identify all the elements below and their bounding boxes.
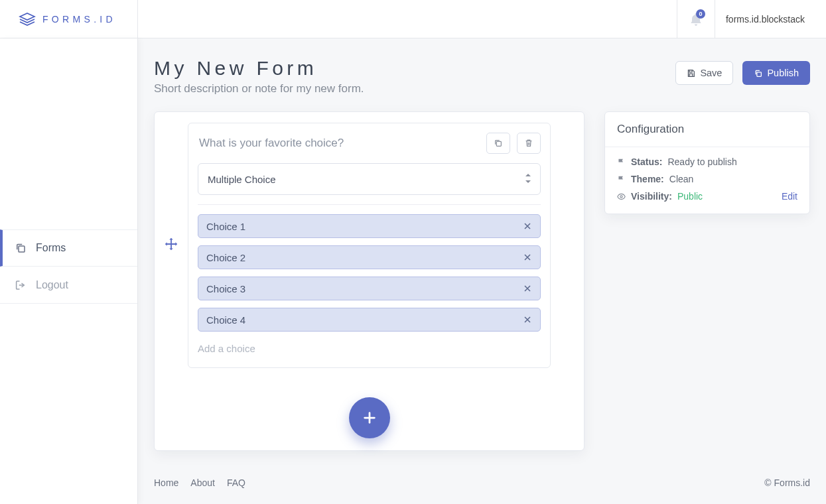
svg-rect-3 (757, 72, 762, 76)
duplicate-icon (494, 139, 503, 148)
status-label: Status: (631, 157, 662, 167)
publish-button[interactable]: Publish (742, 61, 810, 85)
form-builder-card: Multiple Choice Choice 1Choice 2Choice 3… (154, 111, 585, 451)
save-button[interactable]: Save (675, 61, 733, 85)
page-header: My New Form Short description or note fo… (154, 57, 810, 95)
footer-link[interactable]: Home (154, 477, 178, 488)
theme-label: Theme: (631, 174, 664, 184)
drag-handle-icon[interactable] (164, 237, 178, 253)
choice-label: Choice 3 (206, 283, 245, 294)
brand-text: FORMS.ID (42, 14, 116, 25)
brand-mark-icon (19, 13, 36, 26)
config-row-visibility: Visibility: Public Edit (617, 191, 797, 202)
copy-icon (15, 242, 27, 254)
question-header (198, 133, 541, 154)
question-type-select[interactable]: Multiple Choice (198, 163, 541, 195)
duplicate-question-button[interactable] (486, 133, 510, 154)
add-question-button[interactable] (349, 397, 390, 438)
config-row-status: Status: Ready to publish (617, 157, 797, 167)
svg-rect-0 (19, 246, 25, 252)
footer-links: HomeAboutFAQ (154, 477, 257, 488)
question-card: Multiple Choice Choice 1Choice 2Choice 3… (188, 123, 551, 368)
user-label[interactable]: forms.id.blockstack (715, 14, 815, 25)
page-title: My New Form (154, 57, 364, 80)
choice-label: Choice 4 (206, 314, 245, 326)
plus-icon (362, 410, 377, 425)
notifications-button[interactable]: 0 (677, 0, 715, 38)
config-row-theme: Theme: Clean (617, 174, 797, 184)
sidebar-item-forms[interactable]: Forms (0, 229, 137, 267)
svg-rect-1 (689, 70, 692, 72)
close-icon (523, 316, 531, 324)
footer: HomeAboutFAQ © Forms.id (154, 451, 810, 491)
svg-rect-2 (689, 74, 693, 76)
sidebar: Forms Logout (0, 38, 138, 504)
page-description: Short description or note for my new for… (154, 82, 364, 95)
status-value: Ready to publish (667, 157, 736, 167)
theme-value: Clean (669, 174, 694, 184)
visibility-value: Public (677, 191, 703, 202)
choice-chip[interactable]: Choice 1 (198, 214, 541, 238)
close-icon (523, 253, 531, 261)
save-icon (687, 69, 695, 78)
visibility-edit-link[interactable]: Edit (782, 191, 797, 202)
publish-label: Publish (767, 68, 799, 78)
header-logo-area: FORMS.ID (0, 0, 138, 38)
question-title-input[interactable] (198, 134, 480, 153)
content-columns: Multiple Choice Choice 1Choice 2Choice 3… (154, 111, 810, 451)
flag-icon (617, 175, 626, 184)
close-icon (523, 222, 531, 230)
remove-choice-button[interactable] (523, 315, 532, 324)
header-right: 0 forms.id.blockstack (138, 0, 826, 38)
top-header: FORMS.ID 0 forms.id.blockstack (0, 0, 826, 38)
configuration-heading: Configuration (605, 112, 809, 147)
choices-list: Choice 1Choice 2Choice 3Choice 4 (198, 214, 541, 332)
remove-choice-button[interactable] (523, 284, 532, 293)
choice-label: Choice 1 (206, 221, 245, 232)
choice-chip[interactable]: Choice 3 (198, 277, 541, 300)
footer-link[interactable]: About (190, 477, 215, 488)
close-icon (523, 284, 531, 292)
svg-rect-4 (496, 141, 501, 146)
add-choice-input[interactable] (198, 339, 541, 358)
configuration-card: Configuration Status: Ready to publish T… (604, 111, 810, 214)
trash-icon (524, 139, 533, 148)
brand-logo[interactable]: FORMS.ID (19, 13, 116, 26)
choice-label: Choice 2 (206, 252, 245, 263)
footer-copyright: © Forms.id (764, 477, 810, 488)
sidebar-item-label: Forms (36, 242, 66, 254)
flag-icon (617, 158, 626, 166)
visibility-label: Visibility: (631, 191, 672, 202)
sidebar-item-logout[interactable]: Logout (0, 267, 137, 304)
remove-choice-button[interactable] (523, 221, 532, 231)
choice-chip[interactable]: Choice 2 (198, 245, 541, 269)
logout-icon (15, 279, 27, 291)
remove-choice-button[interactable] (523, 253, 532, 262)
sidebar-item-label: Logout (36, 279, 68, 291)
choice-chip[interactable]: Choice 4 (198, 308, 541, 332)
svg-point-5 (620, 195, 622, 197)
eye-icon (617, 192, 626, 201)
save-label: Save (700, 68, 722, 78)
question-type-select-wrap: Multiple Choice (198, 163, 541, 205)
publish-icon (754, 69, 762, 78)
footer-link[interactable]: FAQ (227, 477, 245, 488)
main-content: My New Form Short description or note fo… (138, 38, 826, 504)
delete-question-button[interactable] (517, 133, 541, 154)
notification-badge: 0 (696, 9, 705, 19)
configuration-body: Status: Ready to publish Theme: Clean V (605, 147, 809, 214)
page-actions: Save Publish (675, 57, 810, 85)
